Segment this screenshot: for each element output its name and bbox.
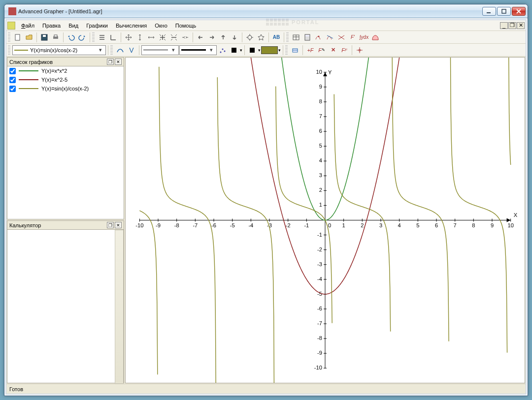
point-style-button[interactable] bbox=[217, 45, 228, 56]
panel-close-button[interactable]: ✕ bbox=[115, 222, 122, 228]
toolbar-grip[interactable] bbox=[110, 45, 113, 55]
panel-restore-button[interactable]: ❐ bbox=[107, 59, 114, 65]
new-button[interactable] bbox=[12, 32, 23, 43]
mdi-close-button[interactable]: ✕ bbox=[517, 22, 525, 29]
dup-func-button[interactable]: FF bbox=[339, 45, 350, 56]
list-button[interactable] bbox=[97, 32, 107, 43]
toolbar-grip[interactable] bbox=[8, 32, 10, 42]
svg-point-12 bbox=[220, 51, 222, 53]
center-button[interactable] bbox=[354, 45, 365, 56]
graph-checkbox[interactable] bbox=[9, 68, 16, 74]
close-button[interactable] bbox=[512, 7, 526, 16]
crosshair-button[interactable] bbox=[244, 32, 255, 43]
panel-close-button[interactable]: ✕ bbox=[115, 59, 122, 65]
mdi-restore-button[interactable]: ❐ bbox=[508, 22, 516, 29]
graph-color-line bbox=[19, 70, 38, 71]
arrow-right-button[interactable] bbox=[206, 32, 217, 43]
zoom-h-button[interactable] bbox=[180, 32, 191, 43]
svg-rect-10 bbox=[305, 35, 309, 36]
panel-restore-button[interactable]: ❐ bbox=[107, 222, 114, 228]
svg-text:-3: -3 bbox=[317, 261, 322, 267]
formula-color-line bbox=[14, 50, 28, 51]
svg-rect-6 bbox=[54, 35, 57, 37]
arrow-left-button[interactable] bbox=[195, 32, 206, 43]
print-button[interactable] bbox=[50, 32, 61, 43]
plot-canvas[interactable]: XY-10-9-8-7-6-5-4-3-2-112345678910-10-9-… bbox=[125, 57, 525, 383]
svg-point-7 bbox=[248, 35, 252, 39]
app-icon bbox=[8, 7, 16, 15]
move-v-button[interactable] bbox=[134, 32, 145, 43]
svg-text:-9: -9 bbox=[156, 222, 161, 228]
menu-правка[interactable]: Правка bbox=[38, 21, 65, 30]
redo-button[interactable] bbox=[77, 32, 88, 43]
line-color-button[interactable] bbox=[229, 45, 239, 56]
fill-color-button[interactable] bbox=[247, 45, 258, 56]
properties-button[interactable] bbox=[290, 45, 300, 56]
calc-button[interactable] bbox=[302, 32, 313, 43]
maximize-button[interactable] bbox=[497, 7, 511, 16]
edit-func-button[interactable]: F✎ bbox=[316, 45, 327, 56]
snap-button[interactable] bbox=[256, 32, 266, 43]
graph-item[interactable]: Y(x)=sin(x)/cos(x-2) bbox=[7, 84, 124, 93]
toolbar-grip[interactable] bbox=[286, 32, 289, 42]
calculator-body[interactable] bbox=[7, 230, 124, 383]
mdi-minimize-button[interactable]: _ bbox=[500, 22, 508, 29]
plot-svg: XY-10-9-8-7-6-5-4-3-2-112345678910-10-9-… bbox=[126, 58, 525, 383]
curve-style-button[interactable] bbox=[115, 45, 126, 56]
menu-окно[interactable]: Окно bbox=[151, 21, 171, 30]
toolbar-grip[interactable] bbox=[8, 45, 10, 55]
menu-вид[interactable]: Вид bbox=[65, 21, 82, 30]
derivative-button[interactable]: F' bbox=[347, 32, 358, 43]
graph-item[interactable]: Y(x)=x*x*2 bbox=[7, 66, 124, 75]
graph-item[interactable]: Y(x)=x^2-5 bbox=[7, 75, 124, 84]
trace-button[interactable] bbox=[313, 32, 324, 43]
menu-помощь[interactable]: Помощь bbox=[171, 21, 200, 30]
svg-text:6: 6 bbox=[435, 222, 438, 228]
toolbar-grip[interactable] bbox=[92, 32, 95, 42]
zoom-in-button[interactable] bbox=[157, 32, 168, 43]
vertical-style-button[interactable]: V bbox=[126, 45, 137, 56]
svg-point-14 bbox=[224, 50, 226, 52]
svg-text:4: 4 bbox=[398, 222, 401, 228]
table-button[interactable] bbox=[291, 32, 301, 43]
svg-text:8: 8 bbox=[319, 98, 322, 104]
menu-вычисления[interactable]: Вычисления bbox=[112, 21, 151, 30]
move-button[interactable] bbox=[123, 32, 134, 43]
open-button[interactable] bbox=[24, 32, 34, 43]
graph-checkbox[interactable] bbox=[9, 86, 16, 92]
title-bar[interactable]: Advanced Grapher - [Untitled1.agr] bbox=[4, 4, 528, 18]
svg-text:-7: -7 bbox=[317, 320, 322, 326]
undo-button[interactable] bbox=[66, 32, 76, 43]
graph-list-panel: Список графиков ❐ ✕ Y(x)=x*x*2 Y(x)=x^2-… bbox=[7, 57, 124, 219]
graph-checkbox[interactable] bbox=[9, 77, 16, 83]
svg-rect-1 bbox=[502, 9, 506, 13]
svg-text:7: 7 bbox=[454, 222, 457, 228]
tangent-button[interactable] bbox=[325, 32, 335, 43]
toolbar-grip[interactable] bbox=[285, 45, 288, 55]
move-h-button[interactable] bbox=[146, 32, 157, 43]
integral-button[interactable]: ∫ydx bbox=[359, 32, 369, 43]
label-button[interactable]: AB bbox=[271, 32, 282, 43]
style-toolbar: Y(x)=sin(x)/cos(x-2) ▾ V ▾ ▾ ▾ ▾ ▾ +F F✎ bbox=[6, 44, 526, 57]
line-style-combo[interactable]: ▾ bbox=[141, 45, 179, 55]
intersect-button[interactable] bbox=[336, 32, 347, 43]
area-button[interactable] bbox=[370, 32, 381, 43]
arrow-down-button[interactable] bbox=[229, 32, 240, 43]
formula-combo[interactable]: Y(x)=sin(x)/cos(x-2) ▾ bbox=[12, 45, 106, 55]
fill-swatch[interactable] bbox=[261, 46, 278, 54]
add-func-button[interactable]: +F bbox=[305, 45, 316, 56]
line-width-combo[interactable]: ▾ bbox=[179, 45, 217, 55]
arrow-up-button[interactable] bbox=[218, 32, 229, 43]
minimize-button[interactable] bbox=[482, 7, 496, 16]
axes-button[interactable] bbox=[108, 32, 119, 43]
svg-text:-9: -9 bbox=[317, 350, 322, 356]
svg-text:10: 10 bbox=[507, 222, 513, 228]
zoom-out-button[interactable] bbox=[168, 32, 179, 43]
svg-text:-4: -4 bbox=[317, 276, 322, 282]
menu-графики[interactable]: Графики bbox=[82, 21, 112, 30]
delete-func-button[interactable]: ✕ bbox=[328, 45, 338, 56]
graph-list[interactable]: Y(x)=x*x*2 Y(x)=x^2-5 Y(x)=sin(x)/cos(x-… bbox=[7, 66, 124, 219]
svg-text:3: 3 bbox=[319, 172, 322, 178]
menu-файл[interactable]: Файл bbox=[17, 21, 38, 30]
save-button[interactable] bbox=[39, 32, 50, 43]
